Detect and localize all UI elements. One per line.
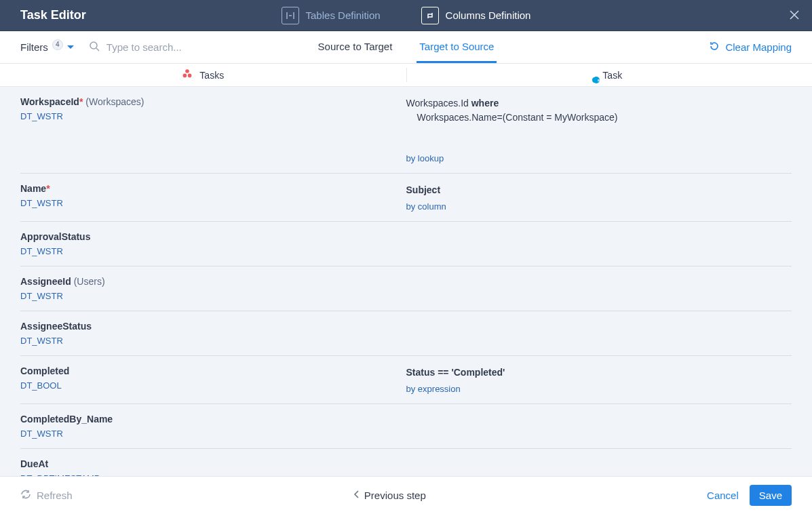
svg-point-8: [183, 74, 187, 78]
filter-bar: Filters 4 Source to Target Target to Sou…: [0, 31, 812, 64]
mapping-row-target: CompletedBy_NameDT_WSTR: [20, 414, 406, 439]
footer-bar: Refresh Previous step Cancel Save: [0, 476, 812, 514]
connector-left: Tasks: [0, 64, 406, 86]
field-name-text: AssigneeId: [20, 276, 71, 287]
mapping-row[interactable]: ApprovalStatusDT_WSTR: [20, 222, 792, 266]
mapping-list: WorkspaceId*(Workspaces)DT_WSTRWorkspace…: [0, 87, 812, 476]
field-datatype: DT_BOOL: [20, 380, 393, 391]
field-name: Name*: [20, 183, 393, 194]
field-datatype: DT_DBTIMESTAMP: [20, 473, 393, 476]
cancel-button[interactable]: Cancel: [707, 490, 739, 501]
step-label: Columns Definition: [446, 9, 531, 21]
filters-count-badge: 4: [52, 39, 63, 50]
search-icon: [89, 41, 100, 54]
mapping-expression-detail: Workspaces.Name=(Constant = MyWorkspace): [406, 111, 792, 125]
field-name: CompletedBy_Name: [20, 414, 393, 424]
previous-step-label: Previous step: [364, 490, 426, 501]
top-steps: Tables Definition Columns Definition: [0, 7, 812, 24]
lookup-reference: (Users): [74, 276, 105, 287]
tab-source-to-target[interactable]: Source to Target: [315, 31, 395, 63]
field-name-text: Completed: [20, 365, 69, 376]
mapping-row-target: AssigneeId(Users)DT_WSTR: [20, 276, 406, 301]
tables-icon: [282, 7, 299, 24]
field-name-text: CompletedBy_Name: [20, 414, 113, 424]
refresh-button[interactable]: Refresh: [20, 489, 73, 502]
field-name: ApprovalStatus: [20, 231, 393, 242]
field-datatype: DT_WSTR: [20, 429, 393, 439]
mapping-row[interactable]: CompletedBy_NameDT_WSTR: [20, 404, 792, 449]
field-datatype: DT_WSTR: [20, 246, 393, 256]
svg-line-6: [96, 48, 99, 51]
mapping-row[interactable]: DueAtDT_DBTIMESTAMP: [20, 449, 792, 476]
mapping-expression: Workspaces.Id where: [406, 96, 792, 111]
mapping-row-target: DueAtDT_DBTIMESTAMP: [20, 458, 406, 476]
field-name-text: AssigneeStatus: [20, 321, 92, 332]
field-name: AssigneeStatus: [20, 321, 393, 332]
field-name: WorkspaceId*(Workspaces): [20, 96, 393, 107]
chevron-left-icon: [353, 490, 360, 501]
field-name-text: WorkspaceId: [20, 96, 79, 107]
lookup-reference: (Workspaces): [85, 96, 144, 107]
mapping-method: by column: [406, 201, 792, 212]
page-title: Task Editor: [20, 8, 86, 22]
field-datatype: DT_WSTR: [20, 291, 393, 301]
mapping-row[interactable]: Name*DT_WSTRSubjectby column: [20, 174, 792, 222]
connector-right: sales Task: [406, 64, 813, 86]
step-columns-definition[interactable]: Columns Definition: [421, 7, 531, 24]
mapping-row[interactable]: WorkspaceId*(Workspaces)DT_WSTRWorkspace…: [20, 87, 792, 174]
required-icon: *: [46, 183, 50, 194]
filters-label: Filters: [20, 41, 48, 53]
field-datatype: DT_WSTR: [20, 336, 393, 346]
svg-point-9: [188, 74, 192, 78]
mapping-row-target: Name*DT_WSTR: [20, 183, 406, 208]
refresh-label: Refresh: [37, 490, 73, 501]
mapping-method: by lookup: [406, 153, 792, 163]
svg-point-5: [90, 42, 97, 49]
connector-bar: Tasks sales Task: [0, 64, 812, 87]
undo-icon: [709, 41, 720, 54]
svg-point-7: [186, 69, 190, 73]
field-name: DueAt: [20, 458, 393, 469]
refresh-icon: [20, 489, 31, 502]
mapping-expression: Status == 'Completed': [406, 365, 792, 380]
mapping-row-target: CompletedDT_BOOL: [20, 365, 406, 391]
mapping-row-target: AssigneeStatusDT_WSTR: [20, 321, 406, 346]
connector-right-label: Task: [602, 70, 622, 81]
tab-target-to-source[interactable]: Target to Source: [417, 31, 497, 63]
mapping-row[interactable]: AssigneeStatusDT_WSTR: [20, 311, 792, 356]
field-name-text: Name: [20, 183, 46, 194]
asana-icon: [182, 68, 193, 81]
mapping-row[interactable]: AssigneeId(Users)DT_WSTR: [20, 266, 792, 311]
mapping-row-source: Status == 'Completed'by expression: [406, 365, 792, 394]
chevron-down-icon: [67, 45, 74, 49]
required-icon: *: [79, 96, 83, 107]
filters-button[interactable]: Filters 4: [20, 41, 74, 53]
field-datatype: DT_WSTR: [20, 111, 393, 121]
mapping-expression: Subject: [406, 183, 792, 197]
mapping-row-source: Workspaces.Id whereWorkspaces.Name=(Cons…: [406, 96, 792, 163]
search-wrap: [89, 41, 242, 54]
top-bar: Task Editor Tables Definition Columns De…: [0, 0, 812, 31]
mapping-row-target: ApprovalStatusDT_WSTR: [20, 231, 406, 256]
field-name-text: DueAt: [20, 458, 48, 469]
columns-icon: [421, 7, 439, 24]
field-name: Completed: [20, 365, 393, 376]
connector-left-label: Tasks: [199, 70, 224, 81]
search-input[interactable]: [107, 41, 242, 53]
clear-mapping-button[interactable]: Clear Mapping: [709, 41, 792, 54]
mapping-row[interactable]: CompletedDT_BOOLStatus == 'Completed'by …: [20, 356, 792, 404]
step-label: Tables Definition: [306, 9, 381, 21]
step-tables-definition[interactable]: Tables Definition: [282, 7, 381, 24]
field-name: AssigneeId(Users): [20, 276, 393, 287]
field-datatype: DT_WSTR: [20, 198, 393, 208]
field-name-text: ApprovalStatus: [20, 231, 90, 242]
previous-step-button[interactable]: Previous step: [353, 490, 426, 501]
mapping-row-target: WorkspaceId*(Workspaces)DT_WSTR: [20, 96, 406, 121]
clear-mapping-label: Clear Mapping: [725, 41, 792, 53]
mapping-method: by expression: [406, 384, 792, 394]
mapping-row-source: Subjectby column: [406, 183, 792, 212]
save-button[interactable]: Save: [750, 485, 792, 506]
close-button[interactable]: [784, 5, 805, 26]
